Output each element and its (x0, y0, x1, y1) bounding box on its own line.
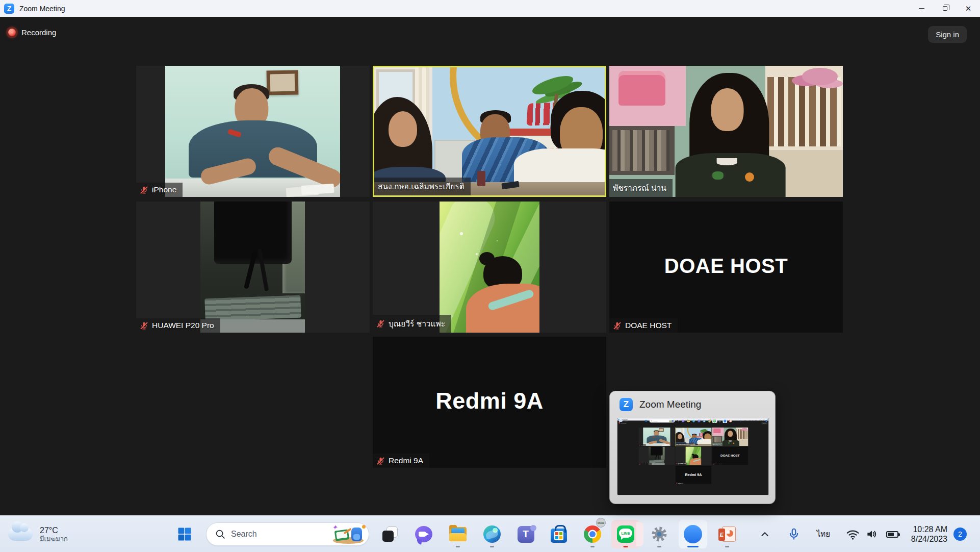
taskbar-search-box[interactable]: ✦ (206, 522, 369, 546)
search-highlight-art: ✦ (333, 523, 367, 545)
file-explorer-button (686, 419, 691, 423)
participant-name: HUAWEI P20 Pro (641, 463, 651, 465)
video-tile-boonyawee[interactable]: บุณยวีร์ ชาวแพะ (373, 202, 606, 333)
sparkle-icon: ✦ (332, 523, 338, 531)
language-indicator[interactable]: ไทย (817, 528, 830, 540)
participant-video (440, 202, 539, 333)
video-tile-redmi[interactable]: Redmi 9A Redmi 9A (373, 337, 606, 468)
meeting-content-area: Recording Sign in i (617, 421, 769, 495)
tray-time: 10:28 AM (911, 524, 947, 534)
video-tile-doae-host[interactable]: DOAE HOST DOAE HOST (609, 202, 843, 333)
dew-drops (689, 451, 689, 451)
zoom-app-button (723, 419, 727, 423)
chrome-button[interactable]: DOAE (578, 520, 607, 548)
notification-indicator (624, 546, 628, 547)
window-title: Zoom Meeting (19, 5, 65, 13)
weather-widget[interactable]: 27°C มีเมฆมาก (8, 516, 68, 552)
video-tile-redmi: Redmi 9A Redmi 9A (675, 466, 711, 484)
window-titlebar: Z Zoom Meeting ✕ (0, 0, 980, 17)
microsoft-store-button[interactable] (545, 520, 573, 548)
show-hidden-icons-button[interactable] (751, 520, 779, 548)
line-app-button: LINE (712, 419, 717, 423)
flowers (802, 68, 838, 85)
zoom-meeting-window: Z Zoom Meeting ✕ Recording Sign in (0, 0, 980, 515)
speaker-icon (752, 420, 754, 422)
participant-video: DOAE HOST (609, 202, 843, 333)
participant-video (374, 67, 605, 195)
edge-browser-button[interactable] (478, 520, 506, 548)
video-tile-active-speaker[interactable]: สนง.กษอ.เฉลิมพระเกียรติ (373, 66, 606, 197)
participant-name: สนง.กษอ.เฉลิมพระเกียรติ (676, 444, 689, 446)
powerpoint-button[interactable]: E (713, 520, 741, 548)
video-tile-iphone[interactable]: iPhone (136, 66, 370, 197)
wifi-tray-button (749, 420, 751, 422)
volume-tray-button[interactable] (865, 528, 879, 541)
line-icon: LINE (617, 525, 634, 543)
start-button[interactable] (170, 520, 199, 548)
screen-share-text: Redmi 9A (675, 473, 711, 476)
jacket-patch (712, 171, 724, 180)
windows-taskbar: 27°C มีเมฆมาก ✦ (0, 515, 980, 552)
wifi-tray-button[interactable] (846, 528, 860, 541)
video-tile-huawei[interactable]: HUAWEI P20 Pro (136, 202, 370, 333)
video-tile-iphone: iPhone (638, 428, 675, 446)
search-input[interactable] (231, 530, 323, 539)
preview-card-header: Z Zoom Meeting (620, 398, 701, 411)
edge-icon (692, 420, 695, 422)
line-icon: LINE (713, 420, 716, 422)
participant-nameplate: พัชราภรณ์ น่าน (712, 443, 721, 446)
close-button[interactable]: ✕ (957, 0, 980, 17)
minimize-button[interactable] (910, 0, 933, 17)
participant-video (165, 66, 340, 197)
settings-button[interactable] (645, 520, 674, 548)
participant-name: บุณยวีร์ ชาวแพะ (678, 463, 686, 465)
decorative-dot (674, 420, 674, 420)
task-view-button[interactable] (376, 520, 404, 548)
participant-video: Redmi 9A (373, 337, 606, 468)
chat-icon (682, 420, 684, 422)
start-button (644, 419, 649, 423)
meeting-window-thumbnail[interactable]: Z Zoom Meeting ✕ Recording Sign in (617, 418, 769, 495)
weather-condition: มีเมฆมาก (40, 535, 68, 543)
zoom-meeting-preview-card[interactable]: Z Zoom Meeting Z Zoom Meeting ✕ Recordin… (609, 391, 776, 504)
books (712, 437, 721, 442)
restore-button[interactable] (933, 0, 957, 17)
participant-nameplate: Redmi 9A (373, 454, 429, 468)
teams-button[interactable]: T (511, 520, 540, 548)
chat-button[interactable] (409, 520, 438, 548)
microsoft-store-icon (551, 529, 567, 543)
line-speech-bubble: LINE (619, 529, 632, 538)
file-explorer-button[interactable] (444, 520, 472, 548)
jacket-patch (733, 442, 735, 444)
line-app-button[interactable]: LINE (611, 520, 640, 548)
muted-mic-icon (376, 457, 385, 465)
decorative-dot (362, 525, 366, 529)
participant-video (609, 66, 843, 197)
participant-name: DOAE HOST (625, 321, 672, 330)
running-indicator (590, 546, 595, 547)
participant-video (649, 446, 665, 465)
notification-count-badge[interactable]: 2 (953, 528, 967, 541)
edge-icon (483, 525, 501, 543)
jacket-collar (717, 158, 737, 165)
powerpoint-icon: E (729, 420, 732, 422)
jacket-patch (728, 442, 730, 443)
battery-tray-button[interactable] (886, 531, 898, 538)
video-tile-doae-host: DOAE HOST DOAE HOST (712, 446, 748, 465)
sign-in-button[interactable]: Sign in (928, 26, 967, 43)
picture-frame (659, 428, 664, 432)
video-tile-patcharaporn[interactable]: พัชราภรณ์ น่าน (609, 66, 843, 197)
recording-indicator: Recording (8, 28, 56, 37)
participant-video: DOAE HOST (712, 446, 748, 465)
clock-tray-button[interactable]: 10:28 AM 8/24/2023 (911, 524, 947, 544)
zoom-app-button[interactable] (679, 520, 707, 548)
tray-date: 8/24/2023 (911, 534, 947, 544)
muted-mic-icon (613, 321, 622, 330)
clock-tray-button: 10:28 AM 8/24/2023 (759, 419, 764, 422)
preview-card-title: Zoom Meeting (639, 399, 701, 410)
sign-in-button: Sign in (761, 422, 767, 424)
chrome-profile-badge: DOAE (710, 419, 711, 420)
chrome-button: DOAE (707, 419, 712, 423)
chevron-up-icon (735, 420, 737, 422)
mic-in-use-tray-button[interactable] (787, 528, 801, 541)
